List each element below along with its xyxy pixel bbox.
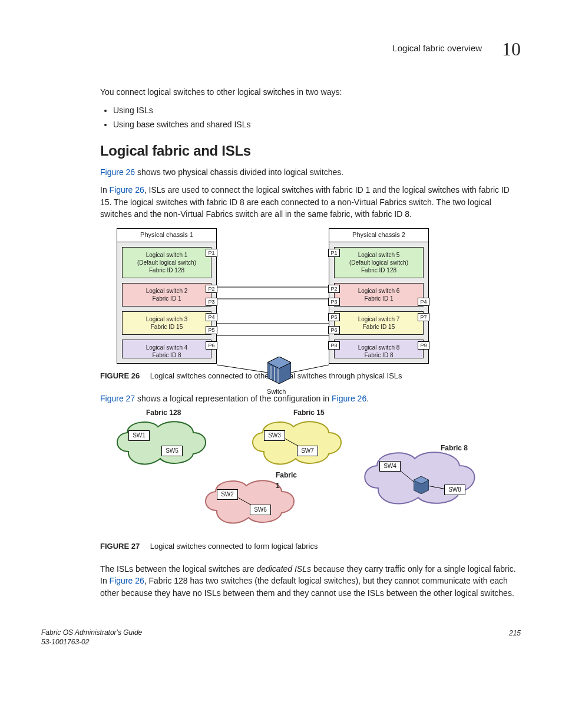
ls-name: Logical switch 5 [337,251,421,259]
chassis-title: Physical chassis 2 [329,229,428,242]
port-label: P5 [206,326,217,334]
ls-name: Logical switch 4 [125,344,209,351]
port-label: P2 [328,285,340,293]
figure-26-link[interactable]: Figure 26 [110,576,144,585]
ls-name: Logical switch 6 [337,287,421,295]
port-label: P7 [418,313,429,321]
intro-paragraph: You connect logical switches to other lo… [100,86,521,98]
port-label: P3 [206,298,217,306]
ls-subtitle: (Default logical switch) [125,259,209,266]
port-label: P4 [418,298,429,306]
ls-name: Logical switch 8 [337,344,421,351]
logical-switch-7: Logical switch 7 Fabric ID 15 P5 P6 P7 [334,311,424,335]
switch-node: SW5 [161,446,183,456]
footer-guide-title: Fabric OS Administrator's Guide [41,628,142,638]
page-number: 215 [509,628,521,647]
ls-fabric-id: Fabric ID 128 [125,266,209,274]
ls-subtitle: (Default logical switch) [337,259,421,266]
section-heading: Logical fabric and ISLs [100,141,521,162]
figure-26-link[interactable]: Figure 26 [332,394,366,403]
ls-name: Logical switch 1 [125,251,209,259]
logical-switch-1: Logical switch 1 (Default logical switch… [122,247,211,278]
fabric-128-cloud: Fabric 128 SW1 SW5 [111,416,211,469]
text-span: shows two physical chassis divided into … [135,167,343,177]
paragraph: In Figure 26, ISLs are used to connect t… [100,184,521,220]
paragraph: Figure 26 shows two physical chassis div… [100,166,521,178]
figure-26-link[interactable]: Figure 26 [110,185,144,195]
ls-fabric-id: Fabric ID 15 [125,323,209,331]
footer-doc-number: 53-1001763-02 [41,638,142,647]
chapter-number: 10 [502,38,521,60]
figure-27-diagram: Fabric 128 SW1 SW5 Fabric 15 SW3 SW7 Fab… [111,410,488,534]
physical-chassis-2: Physical chassis 2 Logical switch 5 (Def… [329,228,429,364]
page-footer: Fabric OS Administrator's Guide 53-10017… [41,628,521,647]
ls-fabric-id: Fabric ID 128 [337,266,421,274]
port-label: P1 [206,249,217,257]
paragraph: The ISLs between the logical switches ar… [100,563,521,599]
figure-label: FIGURE 27 [100,542,140,551]
text-span: shows a logical representation of the co… [135,394,332,403]
port-label: P6 [206,341,217,350]
figure-27-caption: FIGURE 27 Logical switches connected to … [100,541,521,552]
fabric-1-cloud: Fabric 1 SW2 SW6 [199,475,299,528]
figure-26-link[interactable]: Figure 26 [100,167,135,177]
logical-switch-6: Logical switch 6 Fabric ID 1 P2 P3 P4 [334,283,424,307]
figure-26-caption: FIGURE 26 Logical switches connected to … [100,371,521,382]
running-header: Logical fabric overview 10 [41,35,521,62]
port-label: P4 [206,313,217,321]
switch-node: SW6 [250,505,271,515]
fabric-8-cloud: Fabric 8 SW4 SW8 [358,446,482,510]
switch-node: SW3 [264,430,285,441]
switch-icon [414,476,429,494]
figure-label: FIGURE 26 [100,371,140,380]
text-span: In [100,185,110,195]
logical-switch-5: Logical switch 5 (Default logical switch… [334,247,424,278]
chassis-title: Physical chassis 1 [117,229,216,242]
logical-switch-2: Logical switch 2 Fabric ID 1 P2 P3 [122,283,211,307]
list-item: Using ISLs [113,104,521,116]
switch-node: SW2 [217,489,238,500]
switch-icon [267,357,291,384]
logical-switch-3: Logical switch 3 Fabric ID 15 P4 P5 [122,311,211,335]
fabric-15-cloud: Fabric 15 SW3 SW7 [246,416,346,469]
figure-27-link[interactable]: Figure 27 [100,394,135,403]
switch-node: SW8 [444,485,465,495]
emphasis-text: dedicated ISLs [256,564,311,574]
list-item: Using base switches and shared ISLs [113,118,521,130]
port-label: P1 [328,249,340,257]
text-span: , Fabric 128 has two switches (the defau… [100,576,514,597]
header-section-title: Logical fabric overview [392,43,482,53]
port-label: P3 [328,298,340,306]
text-span: , ISLs are used to connect the logical s… [100,185,510,219]
port-label: P2 [206,285,217,293]
switch-label: Switch [267,387,286,397]
switch-node: SW4 [379,461,401,472]
text-span: The ISLs between the logical switches ar… [100,564,256,574]
switch-node: SW7 [297,446,318,456]
figure-caption-text: Logical switches connected to form logic… [150,542,318,551]
ls-fabric-id: Fabric ID 15 [337,323,421,331]
ls-fabric-id: Fabric ID 8 [125,351,209,359]
port-label: P9 [418,341,429,350]
ls-name: Logical switch 3 [125,315,209,323]
port-label: P5 [328,313,340,321]
fabric-label: Fabric 128 [146,408,181,418]
physical-chassis-1: Physical chassis 1 Logical switch 1 (Def… [117,228,217,364]
text-span: . [366,394,369,403]
ls-fabric-id: Fabric ID 1 [125,295,209,302]
ls-name: Logical switch 7 [337,315,421,323]
switch-node: SW1 [128,430,150,441]
ls-name: Logical switch 2 [125,287,209,295]
ls-fabric-id: Fabric ID 1 [337,295,421,302]
port-label: P6 [328,326,340,334]
logical-switch-8: Logical switch 8 Fabric ID 8 P8 P9 [334,340,424,358]
ls-fabric-id: Fabric ID 8 [337,351,421,359]
figure-26-diagram: Physical chassis 1 Logical switch 1 (Def… [117,228,447,364]
logical-switch-4: Logical switch 4 Fabric ID 8 P6 [122,340,211,358]
paragraph: Figure 27 shows a logical representation… [100,393,521,404]
port-label: P8 [328,341,340,350]
connection-methods-list: Using ISLs Using base switches and share… [100,104,521,131]
